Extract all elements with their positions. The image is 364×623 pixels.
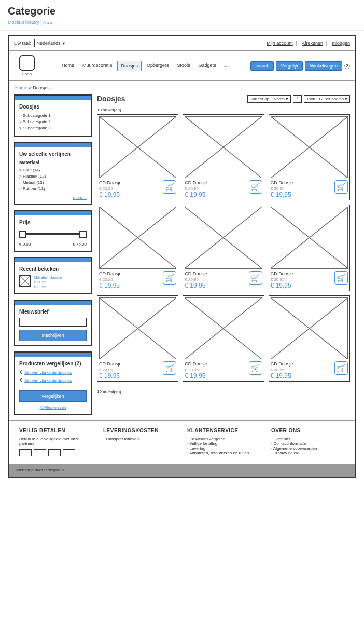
filter-more-link[interactable]: more…: [19, 195, 87, 200]
footer-link[interactable]: Contactinformatie: [271, 441, 345, 446]
lang-select[interactable]: Nederlands ♥: [34, 39, 68, 47]
checkout-link[interactable]: Afrekenen: [302, 40, 323, 46]
price-widget: Prijs € 0,00 € 75,00: [14, 210, 92, 252]
footer-link[interactable]: Annuleren, retourneren en ruilen: [187, 451, 261, 455]
sort-direction-button[interactable]: ⇧: [293, 95, 302, 103]
add-to-cart-button[interactable]: 🛒: [334, 271, 348, 285]
product-thumb: [99, 116, 176, 178]
product-name: CD Doosje: [185, 361, 207, 367]
categories-widget: Doosjes > Subcategorie 1> Subcategorie 2…: [14, 94, 92, 137]
recent-item[interactable]: Metalen doosje €11,95 €13,95: [19, 275, 87, 289]
footer-bottom: Webshop door Indiegroup: [9, 464, 355, 477]
compare-button[interactable]: Vergelijk: [276, 61, 303, 71]
footer-link[interactable]: Over ons: [271, 437, 345, 441]
product-card[interactable]: CD Doosje€ 20,95€ 19,95🛒: [183, 114, 264, 200]
cart-button[interactable]: Winkelwagen: [305, 61, 342, 71]
nav-item-…[interactable]: …: [221, 61, 232, 71]
product-old-price: € 20,95: [185, 186, 207, 191]
compare-widget: Producten vergelijken (2) XSet van vierk…: [14, 351, 92, 415]
footer-link[interactable]: Privacy beleid: [271, 451, 345, 455]
add-to-cart-button[interactable]: 🛒: [334, 180, 348, 194]
nav-item-muurdecoratie[interactable]: Muurdecoratie: [79, 61, 116, 71]
remove-icon[interactable]: X: [19, 377, 22, 383]
lang-label: Uw taal:: [14, 40, 31, 46]
add-to-cart-button[interactable]: 🛒: [163, 271, 176, 285]
per-page-select[interactable]: Toon 12 per pagina ♥: [304, 95, 350, 103]
product-card[interactable]: CD Doosje€ 20,95€ 19,95🛒: [97, 295, 178, 382]
footer: VEILIG BETALEN Betaal in alle veiligheid…: [9, 420, 355, 464]
product-card[interactable]: CD Doosje€ 20,95€ 19,95🛒: [269, 205, 350, 291]
breadcrumb-home[interactable]: Home: [15, 85, 27, 90]
footer-link[interactable]: Transport tarieven: [103, 437, 177, 441]
filter-option[interactable]: > Metaal (13): [19, 180, 87, 186]
nav-item-home[interactable]: Home: [59, 61, 77, 71]
cart-icon: 🛒: [165, 364, 174, 372]
product-name: CD Doosje: [99, 361, 122, 367]
footer-link[interactable]: Veilige betaling: [187, 441, 261, 446]
product-price: € 19,95: [185, 372, 207, 380]
chevron-down-icon: ♥: [345, 97, 347, 101]
nav-item-doosjes[interactable]: Doosjes: [117, 61, 142, 71]
product-card[interactable]: CD Doosje€ 20,95€ 19,95🛒: [269, 114, 350, 200]
category-link[interactable]: > Subcategorie 1: [19, 113, 87, 119]
category-link[interactable]: > Subcategorie 3: [19, 125, 87, 131]
filter-option[interactable]: > Rubber (11): [19, 186, 87, 192]
subscribe-button[interactable]: Inschrijven: [19, 330, 87, 341]
compare-item: XSet van vierkante doosjes: [19, 370, 87, 375]
product-name: CD Doosje: [185, 180, 207, 185]
product-price: € 19,95: [185, 282, 207, 289]
compare-product-link[interactable]: Set van vierkante doosjes: [24, 370, 72, 375]
product-card[interactable]: CD Doosje€ 20,95€ 19,95🛒: [97, 114, 178, 200]
compare-item: XSet van vierkante doosjes: [19, 377, 87, 383]
nav-item-gadgets[interactable]: Gadgets: [195, 61, 219, 71]
remove-icon[interactable]: X: [19, 370, 22, 375]
slider-handle-min[interactable]: [19, 231, 26, 238]
account-link[interactable]: Mijn account: [267, 40, 293, 46]
search-button[interactable]: search: [250, 61, 274, 71]
main-nav: HomeMuurdecoratieDoosjesOpbergersStoolsG…: [59, 61, 232, 71]
filter-option[interactable]: > Hout (14): [19, 167, 87, 173]
add-to-cart-button[interactable]: 🛒: [249, 271, 262, 285]
page-links: Mockup history | RSS: [0, 20, 364, 31]
product-price: € 19,95: [271, 282, 293, 289]
recent-widget: Recent bekeken Metalen doosje €11,95 €13…: [14, 257, 92, 294]
chevron-down-icon: ♥: [286, 97, 288, 101]
product-thumb: [185, 116, 262, 178]
footer-link[interactable]: Algemene voorwaarden: [271, 446, 345, 451]
breadcrumb-current: Doosjes: [33, 85, 50, 90]
header: Logo HomeMuurdecoratieDoosjesOpbergersSt…: [9, 51, 355, 81]
price-slider[interactable]: [19, 231, 87, 238]
recent-title: Recent bekeken: [19, 266, 87, 272]
slider-handle-max[interactable]: [79, 231, 87, 238]
add-to-cart-button[interactable]: 🛒: [334, 361, 348, 375]
sort-select[interactable]: Sorteer op: Naam ♥: [247, 95, 291, 103]
footer-link[interactable]: Levering: [187, 446, 261, 451]
login-link[interactable]: Inloggen: [332, 40, 350, 46]
add-to-cart-button[interactable]: 🛒: [249, 361, 262, 375]
add-to-cart-button[interactable]: 🛒: [249, 180, 262, 194]
add-to-cart-button[interactable]: 🛒: [163, 361, 176, 375]
rss-link[interactable]: RSS: [43, 20, 53, 25]
product-card[interactable]: CD Doosje€ 20,95€ 19,95🛒: [97, 205, 178, 291]
product-card[interactable]: CD Doosje€ 20,95€ 19,95🛒: [183, 205, 264, 291]
newsletter-input[interactable]: [19, 318, 87, 327]
category-link[interactable]: > Subcategorie 2: [19, 119, 87, 125]
logo[interactable]: Logo: [14, 55, 40, 76]
product-name: CD Doosje: [99, 180, 122, 185]
cart-icon: 🛒: [251, 274, 260, 282]
nav-item-stools[interactable]: Stools: [174, 61, 193, 71]
mockup-history-link[interactable]: Mockup history: [8, 20, 39, 25]
filter-option[interactable]: > Plastiek (12): [19, 173, 87, 180]
product-thumb: [99, 297, 176, 359]
product-card[interactable]: CD Doosje€ 20,95€ 19,95🛒: [269, 295, 350, 382]
cart-icon: 🛒: [165, 274, 174, 282]
footer-link[interactable]: Paswoord vergeten: [187, 437, 261, 441]
compare-submit-button[interactable]: vergelijken: [19, 390, 87, 402]
compare-clear-link[interactable]: X Alles wissen: [19, 405, 87, 410]
product-thumb: [185, 207, 262, 268]
nav-item-opbergers[interactable]: Opbergers: [144, 61, 172, 71]
newsletter-widget: Nieuwsbrief Inschrijven: [14, 300, 92, 346]
add-to-cart-button[interactable]: 🛒: [163, 180, 176, 194]
compare-product-link[interactable]: Set van vierkante doosjes: [24, 378, 72, 383]
product-card[interactable]: CD Doosje€ 20,95€ 19,95🛒: [183, 295, 264, 382]
